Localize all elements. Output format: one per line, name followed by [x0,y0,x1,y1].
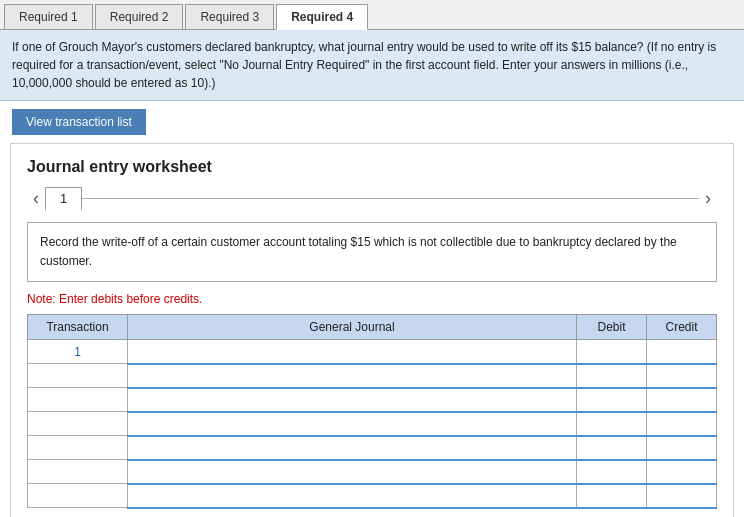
credit-cell[interactable] [647,436,717,460]
debit-input[interactable] [577,340,646,363]
page-navigator: ‹ 1 › [27,186,717,210]
credit-cell[interactable] [647,364,717,388]
description-box: Record the write-off of a certain custom… [27,222,717,282]
table-row [28,436,717,460]
info-box: If one of Grouch Mayor's customers decla… [0,30,744,101]
credit-cell[interactable] [647,340,717,364]
transaction-cell [28,484,128,508]
debit-cell[interactable] [577,484,647,508]
journal-input[interactable] [128,365,576,387]
prev-page-arrow[interactable]: ‹ [27,188,45,209]
debit-input[interactable] [577,413,646,435]
journal-input[interactable] [128,340,576,363]
debit-input[interactable] [577,389,646,411]
journal-input[interactable] [128,461,576,483]
debit-cell[interactable] [577,364,647,388]
col-header-general-journal: General Journal [128,315,577,340]
tab-required-1[interactable]: Required 1 [4,4,93,29]
debit-input[interactable] [577,437,646,459]
worksheet-title: Journal entry worksheet [27,158,717,176]
transaction-cell: 1 [28,340,128,364]
credit-input[interactable] [647,389,716,411]
debit-cell[interactable] [577,460,647,484]
description-text: Record the write-off of a certain custom… [40,235,677,268]
debit-cell[interactable] [577,436,647,460]
col-header-credit: Credit [647,315,717,340]
debit-cell[interactable] [577,388,647,412]
table-row [28,388,717,412]
table-row [28,460,717,484]
note-text: Note: Enter debits before credits. [27,292,717,306]
credit-input[interactable] [647,485,716,507]
credit-input[interactable] [647,365,716,387]
journal-cell[interactable] [128,364,577,388]
table-row [28,412,717,436]
journal-cell[interactable] [128,340,577,364]
credit-cell[interactable] [647,460,717,484]
transaction-cell [28,364,128,388]
journal-cell[interactable] [128,460,577,484]
info-text: If one of Grouch Mayor's customers decla… [12,40,716,90]
credit-input[interactable] [647,461,716,483]
view-transaction-button[interactable]: View transaction list [12,109,146,135]
next-page-arrow[interactable]: › [699,188,717,209]
debit-input[interactable] [577,485,646,507]
journal-input[interactable] [128,389,576,411]
table-row [28,364,717,388]
journal-cell[interactable] [128,484,577,508]
worksheet-card: Journal entry worksheet ‹ 1 › Record the… [10,143,734,517]
transaction-cell [28,388,128,412]
transaction-cell [28,460,128,484]
col-header-transaction: Transaction [28,315,128,340]
transaction-cell [28,436,128,460]
debit-cell[interactable] [577,340,647,364]
journal-table: Transaction General Journal Debit Credit… [27,314,717,509]
debit-input[interactable] [577,461,646,483]
journal-cell[interactable] [128,412,577,436]
tab-required-3[interactable]: Required 3 [185,4,274,29]
page-nav-line [82,198,699,199]
tabs-bar: Required 1 Required 2 Required 3 Require… [0,0,744,30]
credit-input[interactable] [647,437,716,459]
debit-input[interactable] [577,365,646,387]
page-tab[interactable]: 1 [45,187,82,211]
table-row: 1 [28,340,717,364]
transaction-cell [28,412,128,436]
col-header-debit: Debit [577,315,647,340]
journal-input[interactable] [128,485,576,507]
tab-required-4[interactable]: Required 4 [276,4,368,30]
journal-cell[interactable] [128,436,577,460]
credit-cell[interactable] [647,412,717,436]
tab-required-2[interactable]: Required 2 [95,4,184,29]
credit-input[interactable] [647,413,716,435]
debit-cell[interactable] [577,412,647,436]
journal-cell[interactable] [128,388,577,412]
journal-input[interactable] [128,437,576,459]
credit-cell[interactable] [647,484,717,508]
credit-input[interactable] [647,340,716,363]
journal-input[interactable] [128,413,576,435]
table-row [28,484,717,508]
credit-cell[interactable] [647,388,717,412]
